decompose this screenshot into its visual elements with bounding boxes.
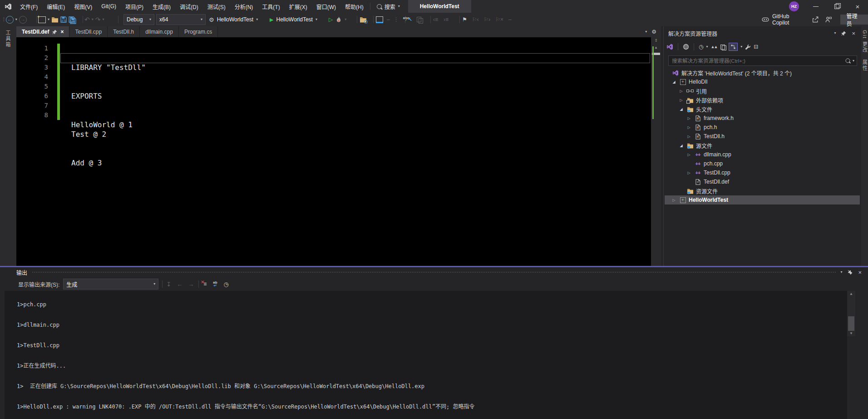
- live-share-icon[interactable]: [812, 16, 819, 23]
- menu-build[interactable]: 生成(B): [148, 0, 175, 13]
- output-log[interactable]: 1>pch.cpp 1>dllmain.cpp 1>TestDll.cpp 1>…: [5, 291, 847, 419]
- github-copilot-icon[interactable]: [762, 17, 769, 22]
- menu-window[interactable]: 窗口(W): [312, 0, 340, 13]
- pending-changes-clock-icon[interactable]: ◷: [699, 44, 703, 50]
- window-position-chevron-icon[interactable]: ▾: [834, 31, 836, 35]
- tree-row-solution[interactable]: 解决方案 'HelloWorldTest' (2 个项目，共 2 个): [665, 68, 860, 77]
- properties-icon[interactable]: [720, 44, 726, 50]
- collapsed-arrow-icon[interactable]: ▷: [686, 153, 692, 157]
- timestamp-clock-icon[interactable]: ◷: [224, 281, 229, 288]
- tree-row-helloworldtest-project[interactable]: ▷ + HelloWorldTest: [665, 195, 860, 205]
- scroll-up-icon[interactable]: ▲: [847, 292, 855, 296]
- collapsed-arrow-icon[interactable]: ▷: [678, 89, 684, 93]
- expanded-arrow-icon[interactable]: ◢: [671, 80, 677, 84]
- tab-testdll-cpp[interactable]: TestDll.cpp: [69, 26, 108, 37]
- restore-button[interactable]: [826, 0, 847, 13]
- run-button[interactable]: ▶ HelloWorldTest ▾: [270, 13, 317, 26]
- new-project-chevron-icon[interactable]: ▾: [48, 18, 49, 21]
- editor-window-icon[interactable]: [376, 16, 383, 23]
- tree-row-source-files[interactable]: ◢ 源文件: [665, 141, 860, 150]
- tab-testdll-h[interactable]: TestDll.h: [108, 26, 140, 37]
- output-header[interactable]: 输出 ▾ ×: [0, 267, 868, 277]
- menu-view[interactable]: 视图(V): [69, 0, 97, 13]
- start-without-debugging-icon[interactable]: ▷: [329, 16, 333, 23]
- solution-search-input[interactable]: [671, 58, 843, 64]
- close-panel-icon[interactable]: ×: [858, 269, 862, 276]
- toolbox-vertical-tab[interactable]: 工具箱: [5, 30, 11, 48]
- send-feedback-icon[interactable]: [825, 16, 832, 23]
- tree-row-pch-h[interactable]: ▷ h pch.h: [665, 123, 860, 132]
- new-project-icon[interactable]: ✦: [38, 16, 46, 23]
- scroll-down-icon[interactable]: ▼: [847, 331, 855, 335]
- switch-views-icon[interactable]: [666, 44, 673, 50]
- open-folder-icon[interactable]: [51, 16, 59, 23]
- save-all-icon[interactable]: [69, 16, 75, 23]
- pin-icon[interactable]: [848, 270, 853, 275]
- splitter-handle-icon[interactable]: ⇕: [651, 38, 661, 43]
- preview-selected-items-icon[interactable]: ⊟: [754, 44, 758, 50]
- pin-icon[interactable]: [841, 31, 846, 36]
- panel-divider[interactable]: [663, 26, 664, 266]
- collapsed-arrow-icon[interactable]: ▷: [671, 198, 677, 202]
- properties-vertical-tab[interactable]: 属性: [861, 60, 868, 71]
- collapse-all-icon[interactable]: ▲▲: [711, 45, 717, 49]
- search-button[interactable]: 搜索 ▾: [372, 0, 404, 13]
- user-avatar[interactable]: HZ: [789, 1, 799, 11]
- collapsed-arrow-icon[interactable]: ▷: [686, 171, 692, 175]
- toggle-bookmark-icon[interactable]: ⚑: [462, 16, 467, 23]
- menu-tools[interactable]: 工具(T): [257, 0, 284, 13]
- collapsed-arrow-icon[interactable]: ▷: [686, 116, 692, 120]
- menu-extensions[interactable]: 扩展(X): [285, 0, 312, 13]
- tree-row-framework-h[interactable]: ▷ h framework.h: [665, 114, 860, 123]
- scrollbar-thumb[interactable]: [848, 316, 854, 331]
- configuration-dropdown[interactable]: Debug▾: [123, 14, 154, 25]
- sync-with-active-document-button[interactable]: [729, 43, 738, 51]
- tree-row-hellodll-project[interactable]: ◢ + HelloDll: [665, 77, 860, 86]
- tree-row-pch-cpp[interactable]: ++ pch.cpp: [665, 159, 860, 168]
- close-button[interactable]: ×: [847, 0, 868, 13]
- collapsed-arrow-icon[interactable]: ▷: [686, 135, 692, 139]
- tab-program-cs[interactable]: Program.cs: [179, 26, 218, 37]
- tree-row-testdll-h[interactable]: ▷ h TestDll.h: [665, 132, 860, 141]
- tree-row-testdll-def[interactable]: ≡ TestDll.def: [665, 177, 860, 186]
- clear-all-icon[interactable]: ≡ ✕: [203, 281, 207, 287]
- expanded-arrow-icon[interactable]: ◢: [678, 107, 684, 111]
- menu-project[interactable]: 项目(P): [121, 0, 148, 13]
- selection-cursor-icon[interactable]: ↖: [408, 16, 412, 23]
- all-files-globe-icon[interactable]: [683, 44, 689, 50]
- tab-dllmain-cpp[interactable]: dllmain.cpp: [140, 26, 179, 37]
- menu-edit[interactable]: 编辑(E): [42, 0, 69, 13]
- find-in-files-icon[interactable]: [360, 16, 367, 23]
- tree-row-resource-files[interactable]: 资源文件: [665, 186, 860, 195]
- tree-row-references[interactable]: ▷ 引用: [665, 86, 860, 95]
- menu-test[interactable]: 测试(S): [203, 0, 230, 13]
- navigate-back-icon[interactable]: ←: [6, 16, 14, 24]
- pin-icon[interactable]: [52, 30, 57, 35]
- menu-git[interactable]: Git(G): [97, 0, 121, 13]
- word-wrap-icon[interactable]: ab↵: [213, 281, 217, 287]
- navigate-back-chevron-icon[interactable]: ▾: [15, 18, 17, 21]
- output-source-dropdown[interactable]: 生成▾: [63, 279, 158, 289]
- close-panel-icon[interactable]: ×: [852, 30, 855, 37]
- expanded-arrow-icon[interactable]: ◢: [678, 144, 684, 148]
- editor-options-gear-icon[interactable]: ⚙: [651, 29, 656, 37]
- menu-file[interactable]: 文件(F): [15, 0, 42, 13]
- tree-row-header-files[interactable]: ◢ 头文件: [665, 105, 860, 114]
- clock-chevron-icon[interactable]: ▾: [706, 45, 708, 49]
- sync-chevron-icon[interactable]: ▾: [740, 45, 742, 49]
- menu-debug[interactable]: 调试(D): [175, 0, 203, 13]
- collapsed-arrow-icon[interactable]: ▷: [686, 125, 692, 130]
- menu-analyze[interactable]: 分析(N): [230, 0, 258, 13]
- wrench-icon[interactable]: [745, 44, 751, 50]
- window-position-chevron-icon[interactable]: ▾: [840, 270, 842, 274]
- menu-help[interactable]: 帮助(H): [340, 0, 368, 13]
- solution-search-box[interactable]: ▾: [668, 55, 857, 66]
- collapsed-arrow-icon[interactable]: ▷: [678, 98, 684, 102]
- tree-row-external-dependencies[interactable]: ▷ 外部依赖项: [665, 95, 860, 105]
- startup-project-dropdown[interactable]: ⚙ HelloWorldTest ▾: [209, 13, 258, 26]
- editor-vertical-scrollbar[interactable]: ⇕ ▲: [651, 37, 661, 266]
- tree-row-testdll-cpp[interactable]: ▷ ++ TestDll.cpp: [665, 168, 860, 177]
- close-tab-icon[interactable]: ×: [60, 29, 64, 35]
- code-editor[interactable]: 12 34 56 78 LIBRARY "TestDll" EXPORTS He…: [16, 37, 651, 266]
- minimize-button[interactable]: —: [805, 0, 826, 13]
